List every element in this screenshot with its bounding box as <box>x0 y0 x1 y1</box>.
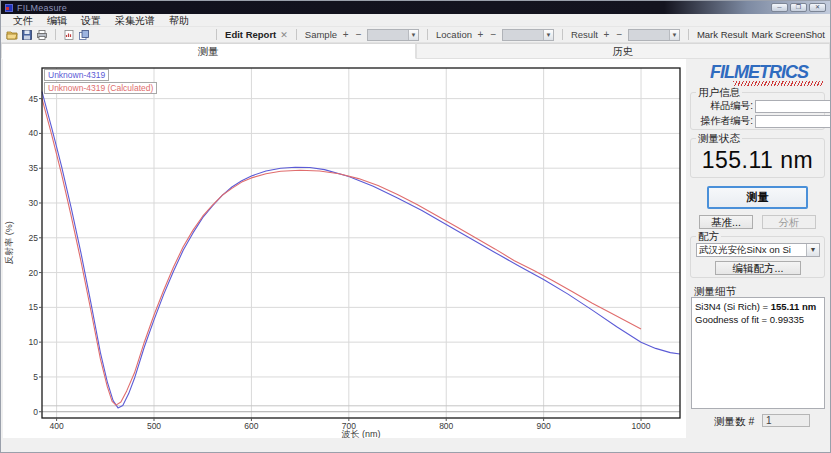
edit-report-close-icon[interactable]: ✕ <box>280 30 288 40</box>
svg-text:800: 800 <box>439 421 453 431</box>
operator-id-field[interactable] <box>755 115 831 128</box>
svg-text:400: 400 <box>50 421 64 431</box>
menu-edit[interactable]: 编辑 <box>41 14 73 27</box>
report-controls: Edit Report ✕ Sample + − ▼ Location + − … <box>212 29 825 41</box>
result-add-button[interactable]: + <box>602 29 611 40</box>
svg-text:600: 600 <box>244 421 258 431</box>
result-label: Result <box>571 29 598 40</box>
location-remove-button[interactable]: − <box>489 29 498 40</box>
thickness-result: 155.11 nm <box>691 147 824 174</box>
window-title: FILMeasure <box>17 3 67 13</box>
menu-file[interactable]: 文件 <box>7 14 39 27</box>
location-add-button[interactable]: + <box>476 29 485 40</box>
edit-report-button[interactable]: Edit Report <box>225 29 276 40</box>
operator-id-label: 操作者编号: <box>697 114 753 128</box>
menubar: 文件 编辑 设置 采集光谱 帮助 <box>1 14 830 27</box>
tabstrip: 测量 历史 <box>1 43 830 59</box>
mark-result-button[interactable]: Mark Result <box>697 29 748 40</box>
mark-screenshot-button[interactable]: Mark ScreenShot <box>752 29 825 40</box>
location-select[interactable]: ▼ <box>502 29 554 41</box>
measure-count-label: 测量数 # <box>714 415 754 429</box>
svg-text:10: 10 <box>29 337 39 347</box>
chart-legend: Unknown-4319 Unknown-4319 (Calculated) <box>44 69 157 95</box>
baseline-button[interactable]: 基准... <box>699 215 753 229</box>
svg-text:900: 900 <box>537 421 551 431</box>
result-select[interactable]: ▼ <box>628 29 680 41</box>
menu-settings[interactable]: 设置 <box>75 14 107 27</box>
menu-help[interactable]: 帮助 <box>163 14 195 27</box>
svg-text:波长 (nm): 波长 (nm) <box>342 429 381 438</box>
user-info-group: 用户信息 样品编号: 操作者编号: <box>690 92 825 130</box>
svg-text:15: 15 <box>29 302 39 312</box>
svg-text:500: 500 <box>147 421 161 431</box>
location-label: Location <box>436 29 472 40</box>
legend-calculated: Unknown-4319 (Calculated) <box>44 82 157 94</box>
toolbar: Edit Report ✕ Sample + − ▼ Location + − … <box>1 27 830 43</box>
svg-text:45: 45 <box>29 94 39 104</box>
tab-history[interactable]: 历史 <box>416 43 831 59</box>
sample-id-label: 样品编号: <box>697 99 753 113</box>
main-area: 4005006007008009001000051015202530354045… <box>1 59 830 453</box>
measure-button[interactable]: 测量 <box>707 186 808 209</box>
chevron-down-icon: ▼ <box>543 30 553 40</box>
titlebar: FILMeasure ─ ❐ ✕ <box>1 1 830 14</box>
chevron-down-icon: ▼ <box>669 30 679 40</box>
legend-measured: Unknown-4319 <box>44 69 109 81</box>
analyze-button[interactable]: 分析 <box>762 215 816 229</box>
save-icon[interactable] <box>21 29 33 41</box>
svg-text:35: 35 <box>29 163 39 173</box>
report-icon[interactable] <box>63 29 75 41</box>
measure-status-group: 测量状态 155.11 nm <box>690 138 825 178</box>
svg-text:25: 25 <box>29 233 39 243</box>
toolbar-icons <box>6 29 90 41</box>
svg-text:5: 5 <box>33 372 38 382</box>
chart-panel: 4005006007008009001000051015202530354045… <box>3 59 686 438</box>
app-window: FILMeasure ─ ❐ ✕ 文件 编辑 设置 采集光谱 帮助 <box>0 0 831 453</box>
svg-text:0: 0 <box>33 407 38 417</box>
svg-text:40: 40 <box>29 128 39 138</box>
edit-recipe-button[interactable]: 编辑配方... <box>715 261 801 275</box>
chevron-down-icon: ▼ <box>408 30 418 40</box>
recipe-selected-value: 武汉光安伦SiNx on Si <box>697 244 806 256</box>
window-controls: ─ ❐ ✕ <box>771 3 826 12</box>
close-button[interactable]: ✕ <box>809 3 826 12</box>
svg-text:30: 30 <box>29 198 39 208</box>
sample-add-button[interactable]: + <box>341 29 350 40</box>
restore-button[interactable]: ❐ <box>790 3 807 12</box>
app-icon <box>5 4 13 12</box>
menu-acquire-spectrum[interactable]: 采集光谱 <box>109 14 161 27</box>
svg-text:20: 20 <box>29 268 39 278</box>
chevron-down-icon: ▼ <box>806 244 819 256</box>
details-film-thickness: 155.11 nm <box>771 301 816 312</box>
measure-count-field[interactable] <box>762 414 810 427</box>
filmetrics-logo: FILMETRICS <box>691 62 827 83</box>
measure-details-list[interactable]: Si3N4 (Si Rich) = 155.11 nm Goodness of … <box>691 297 825 409</box>
details-line-gof: Goodness of fit = 0.99335 <box>695 313 821 326</box>
side-panel: FILMETRICS 用户信息 样品编号: 操作者编号: 测量状态 155.11… <box>686 59 828 453</box>
toolbar-separator <box>55 29 56 40</box>
logo-hatch-decoration <box>733 81 823 86</box>
minimize-button[interactable]: ─ <box>771 3 788 12</box>
sample-select[interactable]: ▼ <box>367 29 419 41</box>
tab-measure[interactable]: 测量 <box>1 43 416 59</box>
recipe-group: 配方 武汉光安伦SiNx on Si ▼ 编辑配方... <box>690 236 825 278</box>
result-remove-button[interactable]: − <box>615 29 624 40</box>
details-line-film: Si3N4 (Si Rich) = 155.11 nm <box>695 300 821 313</box>
sample-remove-button[interactable]: − <box>354 29 363 40</box>
svg-text:1000: 1000 <box>632 421 651 431</box>
svg-text:反射率 (%): 反射率 (%) <box>4 221 14 265</box>
recipe-select[interactable]: 武汉光安伦SiNx on Si ▼ <box>696 243 820 257</box>
sample-id-field[interactable] <box>755 100 831 113</box>
copy-icon[interactable] <box>78 29 90 41</box>
print-icon[interactable] <box>36 29 48 41</box>
open-icon[interactable] <box>6 29 18 41</box>
sample-label: Sample <box>305 29 337 40</box>
reflectance-spectrum-chart: 4005006007008009001000051015202530354045… <box>3 59 686 438</box>
